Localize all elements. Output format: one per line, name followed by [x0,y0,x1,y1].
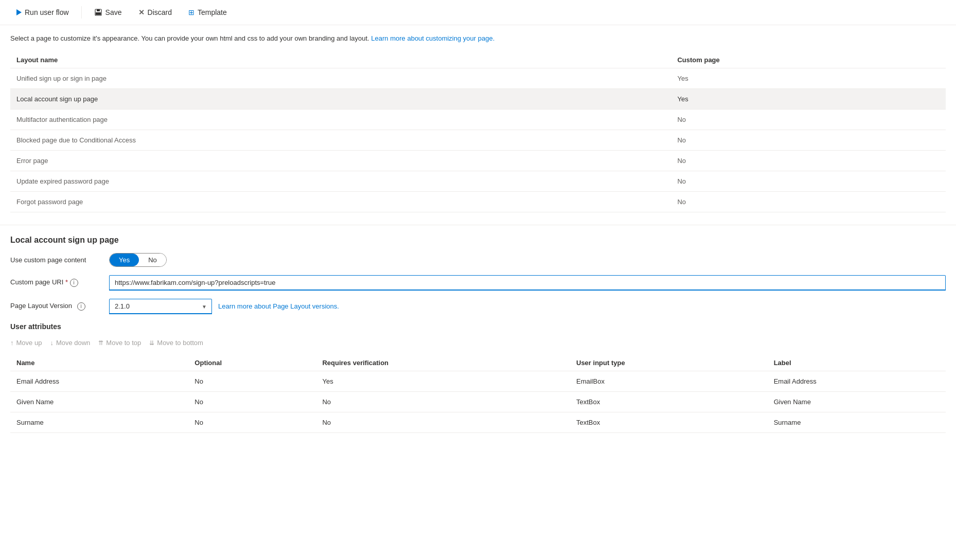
attr-verification-cell: No [316,412,570,432]
attr-col-header: Requires verification [316,355,570,371]
attr-input-type-cell: EmailBox [570,371,768,391]
layout-table: Layout name Custom page Unified sign up … [10,52,946,212]
attr-table-row[interactable]: Surname No No TextBox Surname [10,412,946,432]
toggle-yes[interactable]: Yes [110,254,139,266]
attr-table-row[interactable]: Given Name No No TextBox Given Name [10,391,946,412]
template-button[interactable]: ⊞ Template [182,5,233,20]
save-label: Save [105,8,122,16]
required-star: * [65,278,68,286]
discard-icon: ✕ [138,9,145,16]
toggle-no[interactable]: No [139,254,166,266]
layout-name-cell: Error page [10,150,671,171]
run-icon [16,9,22,15]
svg-rect-1 [97,9,100,11]
move-up-label: Move up [16,339,42,347]
toolbar-divider-1 [81,6,82,19]
attr-input-type-cell: TextBox [570,391,768,412]
run-label: Run user flow [25,8,69,16]
layout-name-cell: Local account sign up page [10,88,671,109]
page-layout-select[interactable]: 2.1.02.0.01.2.01.1.01.0.0 [109,299,212,314]
custom-page-cell: No [671,109,946,130]
layout-table-row[interactable]: Local account sign up page Yes [10,88,946,109]
move-to-top-icon [98,339,103,347]
attr-toolbar: Move up Move down Move to top Move to bo… [10,337,946,349]
template-icon: ⊞ [188,8,194,16]
layout-name-cell: Forgot password page [10,191,671,212]
layout-name-cell: Unified sign up or sign in page [10,68,671,88]
save-icon [94,8,102,16]
custom-uri-label: Custom page URI * i [10,278,103,287]
layout-table-row[interactable]: Multifactor authentication page No [10,109,946,130]
move-down-icon [50,339,54,347]
custom-page-cell: No [671,171,946,191]
layout-table-row[interactable]: Blocked page due to Conditional Access N… [10,130,946,150]
discard-button[interactable]: ✕ Discard [132,5,178,20]
move-up-icon [10,339,14,347]
yes-no-toggle[interactable]: Yes No [109,253,167,267]
attr-name-cell: Given Name [10,391,188,412]
layout-name-cell: Blocked page due to Conditional Access [10,130,671,150]
layout-name-cell: Multifactor authentication page [10,109,671,130]
main-content: Select a page to customize it's appearan… [0,25,956,221]
custom-uri-row: Custom page URI * i [10,275,946,291]
move-down-label: Move down [56,339,90,347]
detail-panel: Local account sign up page Use custom pa… [0,233,956,443]
layout-table-row[interactable]: Forgot password page No [10,191,946,212]
attr-input-type-cell: TextBox [570,412,768,432]
layout-table-row[interactable]: Unified sign up or sign in page Yes [10,68,946,88]
attr-name-cell: Email Address [10,371,188,391]
move-to-bottom-button[interactable]: Move to bottom [149,337,203,349]
custom-page-cell: Yes [671,68,946,88]
attr-label-cell: Email Address [768,371,946,391]
template-label: Template [198,8,227,16]
save-button[interactable]: Save [88,5,128,20]
col-custom-page: Custom page [671,52,946,68]
attr-label-cell: Surname [768,412,946,432]
learn-more-link[interactable]: Learn more about customizing your page. [371,34,494,42]
info-description: Select a page to customize it's appearan… [10,33,946,44]
layout-name-cell: Update expired password page [10,171,671,191]
move-up-button[interactable]: Move up [10,337,42,349]
section-separator [0,225,956,225]
attr-col-header: Name [10,355,188,371]
attr-name-cell: Surname [10,412,188,432]
attr-verification-cell: No [316,391,570,412]
attr-col-header: Label [768,355,946,371]
move-to-top-button[interactable]: Move to top [98,337,141,349]
attr-optional-cell: No [188,371,316,391]
custom-uri-info-icon[interactable]: i [70,279,78,287]
run-user-flow-button[interactable]: Run user flow [10,5,75,20]
custom-page-cell: Yes [671,88,946,109]
attr-optional-cell: No [188,391,316,412]
attr-optional-cell: No [188,412,316,432]
page-layout-select-wrapper: 2.1.02.0.01.2.01.1.01.0.0 ▼ [109,299,212,314]
move-to-bottom-label: Move to bottom [157,339,203,347]
layout-table-row[interactable]: Error page No [10,150,946,171]
svg-rect-2 [96,12,101,15]
move-to-top-label: Move to top [106,339,141,347]
user-attributes-heading: User attributes [10,322,946,331]
custom-page-cell: No [671,150,946,171]
move-down-button[interactable]: Move down [50,337,90,349]
custom-uri-input[interactable] [109,275,946,291]
col-layout-name: Layout name [10,52,671,68]
page-layout-link[interactable]: Learn more about Page Layout versions. [218,302,339,310]
attr-col-header: User input type [570,355,768,371]
attr-label-cell: Given Name [768,391,946,412]
custom-page-cell: No [671,130,946,150]
attr-verification-cell: Yes [316,371,570,391]
detail-title: Local account sign up page [10,236,946,245]
move-to-bottom-icon [149,339,154,347]
user-attributes-table: NameOptionalRequires verificationUser in… [10,355,946,433]
page-layout-row: Page Layout Version i 2.1.02.0.01.2.01.1… [10,299,946,314]
discard-label: Discard [148,8,172,16]
custom-page-cell: No [671,191,946,212]
toggle-label: Use custom page content [10,256,103,264]
custom-content-row: Use custom page content Yes No [10,253,946,267]
page-layout-info-icon[interactable]: i [77,302,85,311]
attr-table-row[interactable]: Email Address No Yes EmailBox Email Addr… [10,371,946,391]
page-layout-label: Page Layout Version i [10,302,103,311]
layout-table-row[interactable]: Update expired password page No [10,171,946,191]
attr-col-header: Optional [188,355,316,371]
toolbar: Run user flow Save ✕ Discard ⊞ Template [0,0,956,25]
